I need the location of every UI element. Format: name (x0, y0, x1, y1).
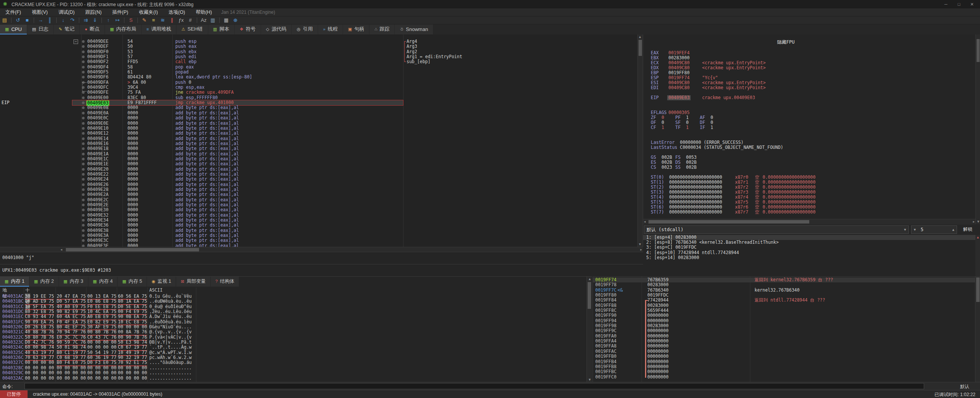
dump-row[interactable]: 0040329C00 00 00 0000 00 00 0000 00 00 0… (0, 370, 586, 375)
dump-row[interactable]: 004032AC00 00 00 0000 00 00 0000 00 00 0… (0, 376, 586, 381)
registers-panel[interactable]: 隐藏FPU EAX0019FEF4EBX00283000ECX00409C80<… (643, 34, 975, 219)
registers-vertical-scrollbar[interactable]: ▼ (975, 34, 980, 224)
breakpoint-dot-icon[interactable] (82, 117, 85, 119)
disasm-row[interactable]: 00409E03E9 F871FFFFjmp crackme upx.40100… (0, 100, 637, 105)
disasm-row[interactable]: 00409DF2FFD5call ebp└sub_[ebp] (0, 59, 637, 64)
breakpoint-dot-icon[interactable] (82, 219, 85, 222)
stack-row[interactable]: 0019FFA800000000 (593, 344, 975, 349)
breakpoint-dot-icon[interactable] (82, 199, 85, 201)
stack-row[interactable]: 0019FF74767B6359返回到 kernel32.767B6359 自 … (593, 277, 975, 282)
stack-row[interactable]: 0019FF8C5659F444 (593, 308, 975, 313)
breakpoint-dot-icon[interactable] (82, 60, 85, 63)
register-row[interactable]: ESP0019FF74"Yc{v" (643, 75, 975, 80)
register-row[interactable] (643, 130, 975, 135)
dump-row[interactable]: 0040328C00 00 00 0000 00 00 0000 00 00 0… (0, 365, 586, 370)
register-row[interactable]: EIP00409E03crackme upx.00409E03 (643, 95, 975, 100)
tab-snowman[interactable]: ☃Snowman (395, 24, 433, 34)
stack-row[interactable]: 0019FF7800283000 (593, 282, 975, 287)
arguments-vertical-scrollbar[interactable]: ▲ (975, 235, 980, 276)
stack-row[interactable]: 0019FFB000000000 (593, 354, 975, 359)
disasm-row[interactable]: 00409DF68D4424 80lea eax,dword ptr ss:[e… (0, 75, 637, 80)
disasm-row[interactable]: 00409E080000add byte ptr ds:[eax],al (0, 105, 637, 110)
menu-file[interactable]: 文件(F) (0, 8, 26, 16)
close-button[interactable]: ✕ (965, 1, 978, 8)
tab-dump-3[interactable]: ▦内存 3 (59, 277, 88, 287)
disasm-row[interactable]: 00409E2C0000add byte ptr ds:[eax],al (0, 197, 637, 202)
disasm-row[interactable]: 00409E320000add byte ptr ds:[eax],al (0, 213, 637, 218)
menu-plugins[interactable]: 插件(P) (107, 8, 134, 16)
scroll-down-icon[interactable]: ▼ (977, 219, 980, 224)
tab-cpu[interactable]: ▦CPU (0, 24, 27, 34)
breakpoint-dot-icon[interactable] (82, 147, 85, 150)
stack-row[interactable]: 0019FF9C00000000 (593, 328, 975, 333)
execute-till-return-icon[interactable]: ↑ (104, 16, 113, 24)
breakpoint-dot-icon[interactable] (82, 224, 85, 227)
disasm-row[interactable]: 00409E0E0000add byte ptr ds:[eax],al (0, 121, 637, 126)
register-row[interactable] (643, 90, 975, 95)
register-row[interactable]: EBP0019FF80 (643, 70, 975, 75)
open-file-icon[interactable]: ▤ (0, 16, 9, 24)
stack-row[interactable]: 0019FFC000000000 (593, 375, 975, 380)
seh-icon[interactable]: S (126, 16, 136, 24)
breakpoint-dot-icon[interactable] (82, 96, 85, 99)
breakpoint-dot-icon[interactable] (82, 142, 85, 145)
stack-arguments-list[interactable]: 1: [esp+4] 002830002: [esp+8] 767B6340 <… (643, 235, 975, 276)
stop-icon[interactable]: ■ (23, 16, 32, 24)
restart-icon[interactable]: ↺ (13, 16, 23, 24)
menu-options[interactable]: 选项(O) (163, 8, 190, 16)
breakpoint-dot-icon[interactable] (82, 209, 85, 211)
disassembly-horizontal-scrollbar[interactable]: ◂ ▸ (0, 247, 643, 252)
disasm-row[interactable]: 00409DF053push ebx│Arg2 (0, 49, 637, 54)
disasm-row[interactable]: 00409E300000add byte ptr ds:[eax],al (0, 207, 637, 212)
breakpoint-dot-icon[interactable] (82, 122, 85, 125)
tab-call-stack[interactable]: ≡调用堆栈 (142, 24, 176, 34)
register-row[interactable]: EFLAGS00000305 (643, 110, 975, 115)
chevron-down-icon[interactable]: ▼ (904, 226, 906, 233)
tab-log[interactable]: ▤日志 (27, 24, 53, 34)
calculator-icon[interactable]: ▦ (222, 16, 231, 24)
pause-icon[interactable]: ║ (45, 16, 54, 24)
stack-row[interactable]: 0019FFA000000000 (593, 334, 975, 339)
stack-panel[interactable]: 0019FF74767B6359返回到 kernel32.767B6359 自 … (593, 276, 980, 382)
disasm-row[interactable]: 00409DFA> 6A 00push 0 (0, 80, 637, 85)
bookmarks-icon[interactable]: ∥ (167, 16, 176, 24)
tab-struct[interactable]: ?结构体 (211, 277, 239, 287)
breakpoint-dot-icon[interactable] (82, 76, 85, 78)
scroll-up-icon[interactable]: ▲ (588, 277, 591, 282)
stack-row[interactable]: 0019FF9000000000 (593, 313, 975, 318)
breakpoint-dot-icon[interactable] (82, 183, 85, 186)
unlock-button[interactable]: 解锁 (963, 226, 972, 233)
dump-row[interactable]: 0040323CD0 42 7C 7690 59 7C 7600 00 00 0… (0, 340, 586, 345)
register-row[interactable]: ECX00409C80<crackme upx.EntryPoint> (643, 60, 975, 65)
labels-icon[interactable]: ≋ (158, 16, 167, 24)
stack-row[interactable]: 0019FF7C<&767B6340kernel32.767B6340 (593, 288, 975, 293)
disasm-row[interactable]: 00409E0083EC 80sub esp,FFFFFF80 (0, 95, 637, 100)
breakpoint-dot-icon[interactable] (82, 153, 85, 155)
dump-row[interactable]: 004031FC90 09 EA 75F0 4F EA 75E0 82 E9 7… (0, 320, 586, 325)
dump-row[interactable]: 0040322C50 80 7B 76E0 3C 7C 76C0 43 7C 7… (0, 335, 586, 340)
dump-row[interactable]: 004031ECC0 93 44 7760 4A EC 75A0 EB E9 7… (0, 314, 586, 319)
disassembly-panel[interactable]: −00409DEE54push esp┌Arg400409DEF50push e… (0, 34, 643, 247)
breakpoint-dot-icon[interactable] (82, 45, 85, 48)
dump-row[interactable]: 0040320CD0 26 E8 75B0 4E EF 7530 AF E9 7… (0, 325, 586, 329)
handles-icon[interactable]: ▥ (208, 16, 217, 24)
stack-row[interactable]: 0019FF800019FFDC (593, 293, 975, 298)
register-row[interactable]: CS0023SS002B (643, 165, 975, 170)
disasm-row[interactable]: 00409E360000add byte ptr ds:[eax],al (0, 223, 637, 228)
breakpoint-dot-icon[interactable] (82, 40, 85, 43)
menu-view[interactable]: 视图(V) (26, 8, 53, 16)
disasm-row[interactable]: 00409DFC39C4cmp esp,eax (0, 85, 637, 90)
disasm-row[interactable]: 00409E220000add byte ptr ds:[eax],al (0, 172, 637, 177)
disasm-row[interactable]: 00409E1C0000add byte ptr ds:[eax],al (0, 157, 637, 161)
dump-row[interactable]: 004031AC30 19 EE 7520 47 EA 7500 13 EA 7… (0, 294, 586, 299)
breakpoint-dot-icon[interactable] (82, 132, 85, 135)
argument-count-spinner[interactable]: ▼ 5 ▲ (911, 225, 957, 234)
disasm-row[interactable]: 00409E260000add byte ptr ds:[eax],al (0, 182, 637, 187)
breakpoint-dot-icon[interactable] (82, 173, 85, 176)
dump-row[interactable]: 004031BC80 AD E9 75D0 57 EA 75E0 86 E8 7… (0, 299, 586, 304)
stack-argument-row[interactable]: 5: [esp+14] 00283000 (643, 255, 975, 260)
dump-row[interactable]: 004031CC30 5F EA 7540 A0 E9 75F0 EE E8 7… (0, 304, 586, 309)
disasm-row[interactable]: 00409E120000add byte ptr ds:[eax],al (0, 131, 637, 136)
dump-row[interactable]: 0040326C70 63 19 77C0 68 19 7760 36 19 7… (0, 355, 586, 360)
tab-breakpoints[interactable]: ●断点 (80, 24, 105, 34)
